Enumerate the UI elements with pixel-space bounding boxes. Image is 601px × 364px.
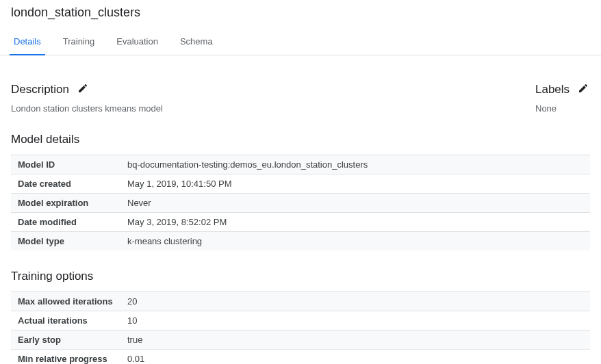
table-row: Model type k-means clustering bbox=[11, 231, 590, 250]
table-key: Max allowed iterations bbox=[11, 292, 120, 311]
table-row: Model expiration Never bbox=[11, 193, 590, 212]
table-key: Actual iterations bbox=[11, 311, 120, 330]
description-block: Description London station clusters kmea… bbox=[11, 66, 163, 114]
tabs: Details Training Evaluation Schema bbox=[0, 29, 601, 55]
table-row: Actual iterations 10 bbox=[11, 311, 590, 330]
table-val: Never bbox=[120, 194, 590, 212]
training-options-heading: Training options bbox=[11, 270, 590, 283]
tab-details[interactable]: Details bbox=[11, 29, 44, 55]
table-key: Date created bbox=[11, 174, 120, 193]
tab-training[interactable]: Training bbox=[60, 29, 97, 55]
model-details-table: Model ID bq-documentation-testing:demos_… bbox=[11, 155, 590, 250]
table-key: Model type bbox=[11, 232, 120, 250]
table-val: May 1, 2019, 10:41:50 PM bbox=[120, 174, 590, 193]
tab-schema[interactable]: Schema bbox=[177, 29, 216, 55]
tab-evaluation[interactable]: Evaluation bbox=[114, 29, 161, 55]
table-val: 20 bbox=[120, 292, 590, 311]
table-key: Early stop bbox=[11, 330, 120, 349]
table-row: Early stop true bbox=[11, 330, 590, 349]
pencil-icon[interactable] bbox=[578, 83, 589, 96]
table-row: Date created May 1, 2019, 10:41:50 PM bbox=[11, 174, 590, 193]
labels-heading: Labels bbox=[535, 83, 570, 96]
table-val: 10 bbox=[120, 311, 590, 330]
table-key: Model ID bbox=[11, 155, 120, 174]
model-details-heading: Model details bbox=[11, 133, 590, 146]
table-val: k-means clustering bbox=[120, 232, 590, 250]
table-key: Model expiration bbox=[11, 194, 120, 212]
labels-block: Labels None bbox=[535, 66, 590, 114]
table-val: 0.01 bbox=[120, 350, 590, 364]
table-row: Min relative progress 0.01 bbox=[11, 349, 590, 364]
description-heading: Description bbox=[11, 83, 69, 96]
table-val: true bbox=[120, 330, 590, 349]
table-key: Min relative progress bbox=[11, 350, 120, 364]
pencil-icon[interactable] bbox=[77, 83, 88, 96]
table-row: Max allowed iterations 20 bbox=[11, 291, 590, 311]
table-row: Date modified May 3, 2019, 8:52:02 PM bbox=[11, 212, 590, 231]
description-text: London station clusters kmeans model bbox=[11, 103, 163, 114]
table-val: bq-documentation-testing:demos_eu.london… bbox=[120, 155, 590, 174]
table-row: Model ID bq-documentation-testing:demos_… bbox=[11, 155, 590, 174]
table-val: May 3, 2019, 8:52:02 PM bbox=[120, 213, 590, 231]
table-key: Date modified bbox=[11, 213, 120, 231]
labels-value: None bbox=[535, 103, 590, 114]
training-options-table: Max allowed iterations 20 Actual iterati… bbox=[11, 291, 590, 364]
page-title: london_station_clusters bbox=[0, 0, 601, 29]
